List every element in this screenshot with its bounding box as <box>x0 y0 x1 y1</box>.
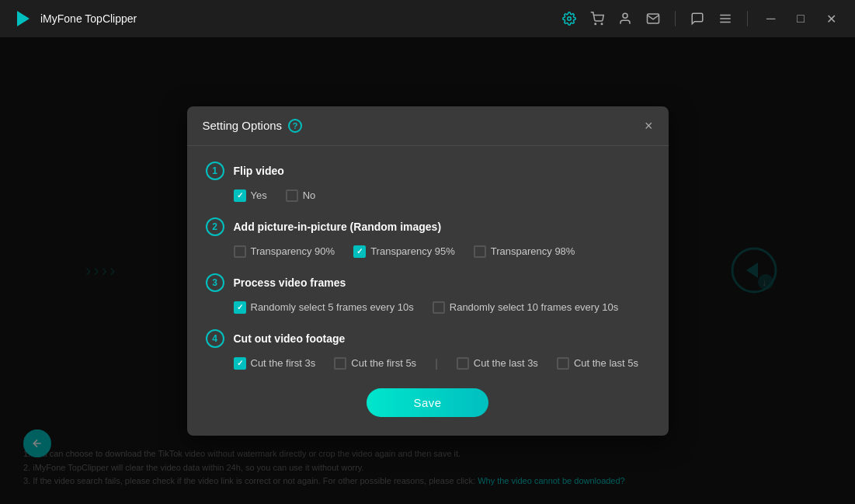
cut-last-3s-checkbox[interactable] <box>457 357 469 370</box>
menu-icon[interactable] <box>716 9 735 28</box>
section-1-title: Flip video <box>234 165 284 177</box>
cut-first-5s-option[interactable]: Cut the first 5s <box>334 357 416 370</box>
svg-point-3 <box>601 23 603 25</box>
transparency-95-option[interactable]: Transparency 95% <box>353 245 455 258</box>
flip-no-checkbox[interactable] <box>286 189 298 202</box>
section-1-number: 1 <box>206 162 224 180</box>
cut-last-5s-label: Cut the last 5s <box>574 357 638 369</box>
section-2-number: 2 <box>206 217 224 236</box>
cut-last-5s-option[interactable]: Cut the last 5s <box>557 357 638 370</box>
section-1-options: Yes No <box>206 189 650 202</box>
transparency-95-checkbox[interactable] <box>353 245 366 258</box>
section-2-title: Add picture-in-picture (Random images) <box>234 221 442 233</box>
svg-point-4 <box>623 13 627 18</box>
frames-10-option[interactable]: Randomly select 10 frames every 10s <box>433 301 618 314</box>
transparency-95-label: Transparency 95% <box>370 245 455 257</box>
cut-last-3s-label: Cut the last 3s <box>474 357 538 369</box>
app-title: iMyFone TopClipper <box>40 12 137 25</box>
dialog-close-button[interactable]: × <box>645 119 653 133</box>
save-button[interactable]: Save <box>367 388 488 417</box>
titlebar: iMyFone TopClipper <box>0 0 855 37</box>
chat-icon[interactable] <box>688 9 707 28</box>
main-content: › › › › ↓ Setting Options ? × <box>0 37 855 504</box>
flip-yes-option[interactable]: Yes <box>234 189 267 202</box>
section-3-options: Randomly select 5 frames every 10s Rando… <box>206 301 650 314</box>
mail-icon[interactable] <box>644 9 662 28</box>
save-button-container: Save <box>206 388 650 417</box>
section-3-header: 3 Process video frames <box>206 273 650 292</box>
logo-icon <box>12 8 34 30</box>
section-4-title: Cut out video footage <box>234 332 346 345</box>
flip-no-label: No <box>303 189 316 201</box>
settings-dialog: Setting Options ? × 1 Flip video Yes <box>187 106 669 436</box>
divider <box>675 11 676 26</box>
modal-overlay: Setting Options ? × 1 Flip video Yes <box>0 37 855 504</box>
svg-point-2 <box>595 23 596 25</box>
cut-first-5s-checkbox[interactable] <box>334 357 346 370</box>
cut-divider: | <box>435 357 438 370</box>
cut-first-3s-option[interactable]: Cut the first 3s <box>234 357 316 370</box>
cart-icon[interactable] <box>588 9 606 28</box>
section-4-number: 4 <box>206 329 224 348</box>
frames-5-label: Randomly select 5 frames every 10s <box>251 301 414 313</box>
section-3-title: Process video frames <box>234 276 346 289</box>
dialog-title: Setting Options <box>203 119 283 132</box>
section-1-header: 1 Flip video <box>206 162 650 180</box>
transparency-90-label: Transparency 90% <box>251 245 335 257</box>
dialog-header: Setting Options ? × <box>187 106 669 146</box>
transparency-90-option[interactable]: Transparency 90% <box>234 245 335 258</box>
section-3-number: 3 <box>206 273 224 292</box>
svg-marker-0 <box>17 11 30 26</box>
help-icon[interactable]: ? <box>288 119 302 133</box>
frames-5-checkbox[interactable] <box>234 301 246 314</box>
flip-no-option[interactable]: No <box>286 189 316 202</box>
app-logo: iMyFone TopClipper <box>12 8 137 30</box>
frames-5-option[interactable]: Randomly select 5 frames every 10s <box>234 301 414 314</box>
section-pip: 2 Add picture-in-picture (Random images)… <box>206 217 650 258</box>
section-2-header: 2 Add picture-in-picture (Random images) <box>206 217 650 236</box>
cut-last-5s-checkbox[interactable] <box>557 357 569 370</box>
user-icon[interactable] <box>616 9 634 28</box>
flip-yes-checkbox[interactable] <box>234 189 246 202</box>
cut-first-3s-label: Cut the first 3s <box>251 357 316 369</box>
transparency-90-checkbox[interactable] <box>234 245 246 258</box>
cut-first-3s-checkbox[interactable] <box>234 357 246 370</box>
svg-point-1 <box>568 17 572 21</box>
transparency-98-option[interactable]: Transparency 98% <box>474 245 575 258</box>
cut-first-5s-label: Cut the first 5s <box>351 357 416 369</box>
section-4-header: 4 Cut out video footage <box>206 329 650 348</box>
titlebar-icons: ─ □ ✕ <box>560 9 843 30</box>
close-button[interactable]: ✕ <box>820 9 843 30</box>
dialog-body: 1 Flip video Yes No <box>187 146 669 436</box>
divider2 <box>747 11 748 26</box>
transparency-98-checkbox[interactable] <box>474 245 486 258</box>
section-4-options: Cut the first 3s Cut the first 5s | Cut … <box>206 357 650 370</box>
maximize-button[interactable]: □ <box>791 9 811 29</box>
frames-10-checkbox[interactable] <box>433 301 445 314</box>
section-2-options: Transparency 90% Transparency 95% Transp… <box>206 245 650 258</box>
section-flip-video: 1 Flip video Yes No <box>206 162 650 202</box>
settings-icon[interactable] <box>560 9 579 28</box>
flip-yes-label: Yes <box>251 189 267 201</box>
section-cut: 4 Cut out video footage Cut the first 3s… <box>206 329 650 370</box>
frames-10-label: Randomly select 10 frames every 10s <box>450 301 618 313</box>
transparency-98-label: Transparency 98% <box>491 245 575 257</box>
cut-last-3s-option[interactable]: Cut the last 3s <box>457 357 538 370</box>
minimize-button[interactable]: ─ <box>760 9 781 29</box>
section-frames: 3 Process video frames Randomly select 5… <box>206 273 650 314</box>
